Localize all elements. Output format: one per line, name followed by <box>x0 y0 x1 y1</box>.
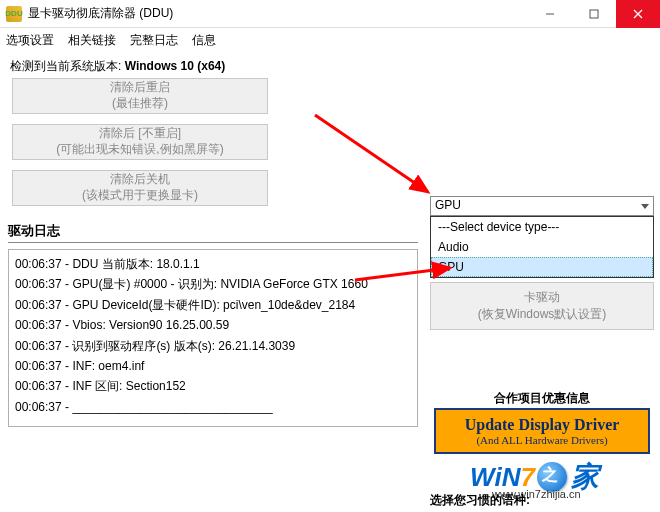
ad-line2: (And ALL Hardware Drivers) <box>476 434 607 446</box>
svg-line-4 <box>315 115 428 192</box>
annotation-arrow-1 <box>310 110 450 213</box>
log-title: 驱动日志 <box>8 222 418 240</box>
log-line: 00:06:37 - INF 区间: Section152 <box>15 376 411 396</box>
device-type-selected: GPU <box>435 198 461 212</box>
system-version-label: 检测到当前系统版本: <box>10 59 125 73</box>
clean-shutdown-button[interactable]: 清除后关机 (该模式用于更换显卡) <box>12 170 268 206</box>
menu-options[interactable]: 选项设置 <box>6 32 54 49</box>
clean-no-restart-label: 清除后 [不重启] <box>99 126 181 142</box>
log-section: 驱动日志 00:06:37 - DDU 当前版本: 18.0.1.1 00:06… <box>8 222 418 427</box>
device-select-area: GPU ---Select device type--- Audio GPU <box>430 196 654 278</box>
dropdown-option-gpu[interactable]: GPU <box>431 257 653 277</box>
log-box[interactable]: 00:06:37 - DDU 当前版本: 18.0.1.1 00:06:37 -… <box>8 249 418 427</box>
clean-restart-sub: (最佳推荐) <box>112 96 168 112</box>
device-type-dropdown: ---Select device type--- Audio GPU <box>430 216 654 278</box>
log-line: 00:06:37 - 识别到驱动程序(s) 版本(s): 26.21.14.30… <box>15 336 411 356</box>
language-label: 选择您习惯的语种: <box>430 492 530 509</box>
close-button[interactable] <box>616 0 660 28</box>
titlebar: DDU 显卡驱动彻底清除器 (DDU) <box>0 0 660 28</box>
watermark-w: W <box>470 462 495 493</box>
menu-log[interactable]: 完整日志 <box>130 32 178 49</box>
clean-restart-label: 清除后重启 <box>110 80 170 96</box>
clean-shutdown-label: 清除后关机 <box>110 172 170 188</box>
log-divider <box>8 242 418 243</box>
window-title: 显卡驱动彻底清除器 (DDU) <box>28 5 528 22</box>
menubar: 选项设置 相关链接 完整日志 信息 <box>0 28 660 52</box>
restore-default-sub: (恢复Windows默认设置) <box>478 306 607 323</box>
maximize-button[interactable] <box>572 0 616 28</box>
window-buttons <box>528 0 660 28</box>
log-line: 00:06:37 - INF: oem4.inf <box>15 356 411 376</box>
restore-default-button[interactable]: 卡驱动 (恢复Windows默认设置) <box>430 282 654 330</box>
restore-default-label: 卡驱动 <box>524 289 560 306</box>
dropdown-option-audio[interactable]: Audio <box>431 237 653 257</box>
action-buttons: 清除后重启 (最佳推荐) 清除后 [不重启] (可能出现未知错误,例如黑屏等) … <box>12 78 268 216</box>
log-line: 00:06:37 - DDU 当前版本: 18.0.1.1 <box>15 254 411 274</box>
system-version-value: Windows 10 (x64) <box>125 59 226 73</box>
minimize-button[interactable] <box>528 0 572 28</box>
log-line: 00:06:37 - Vbios: Version90 16.25.00.59 <box>15 315 411 335</box>
clean-shutdown-sub: (该模式用于更换显卡) <box>82 188 198 204</box>
ad-title: 合作项目优惠信息 <box>430 390 654 407</box>
svg-rect-1 <box>590 10 598 18</box>
clean-restart-button[interactable]: 清除后重启 (最佳推荐) <box>12 78 268 114</box>
update-driver-ad[interactable]: Update Display Driver (And ALL Hardware … <box>434 408 650 454</box>
device-type-select[interactable]: GPU <box>430 196 654 216</box>
menu-info[interactable]: 信息 <box>192 32 216 49</box>
app-icon: DDU <box>6 6 22 22</box>
clean-no-restart-sub: (可能出现未知错误,例如黑屏等) <box>56 142 223 158</box>
log-line: 00:06:37 - _____________________________… <box>15 397 411 417</box>
dropdown-option-placeholder[interactable]: ---Select device type--- <box>431 217 653 237</box>
log-line: 00:06:37 - GPU(显卡) #0000 - 识别为: NVIDIA G… <box>15 274 411 294</box>
menu-links[interactable]: 相关链接 <box>68 32 116 49</box>
clean-no-restart-button[interactable]: 清除后 [不重启] (可能出现未知错误,例如黑屏等) <box>12 124 268 160</box>
log-line: 00:06:37 - GPU DeviceId(显卡硬件ID): pci\ven… <box>15 295 411 315</box>
ad-line1: Update Display Driver <box>465 416 620 434</box>
